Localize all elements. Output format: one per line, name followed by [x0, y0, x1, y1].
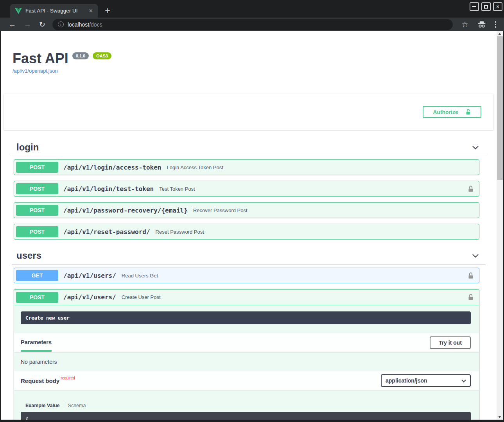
operation-path: /api/v1/password-recovery/{email} — [63, 207, 188, 214]
incognito-icon — [472, 21, 491, 28]
minimize-button[interactable] — [470, 2, 479, 11]
operation-path: /api/v1/reset-password/ — [63, 228, 150, 236]
method-badge: POST — [16, 226, 58, 237]
scheme-container: Authorize — [4, 94, 493, 130]
tag-title: login — [16, 142, 39, 153]
model-example: Example Value Schema { — [14, 390, 479, 420]
browser-tab[interactable]: Fast API - Swagger UI ✕ — [10, 4, 98, 18]
tab-divider — [64, 403, 64, 408]
operation-path: /api/v1/login/access-token — [63, 164, 161, 171]
auth-lock-icon[interactable] — [467, 185, 474, 193]
url-path: /docs — [89, 21, 102, 28]
new-tab-button[interactable]: + — [102, 5, 113, 16]
operation-summary: Reset Password Post — [156, 229, 204, 235]
operation-summary: Test Token Post — [159, 186, 195, 192]
oas3-badge: OAS3 — [93, 52, 111, 59]
content-type-value: application/json — [386, 377, 427, 384]
browser-menu-icon[interactable] — [491, 21, 500, 28]
operation-path: /api/v1/users/ — [63, 293, 116, 301]
scroll-up-icon[interactable] — [498, 33, 501, 35]
opblock-create-user-expanded: POST /api/v1/users/ Create User Post Cre… — [14, 289, 479, 420]
opblock-login-test-token[interactable]: POST /api/v1/login/test-token Test Token… — [14, 181, 479, 197]
operation-path: /api/v1/users/ — [63, 272, 116, 279]
tag-header-users[interactable]: users — [12, 250, 486, 265]
tab-close-icon[interactable]: ✕ — [87, 7, 95, 14]
method-badge: POST — [16, 162, 58, 173]
operation-summary: Recover Password Post — [193, 207, 248, 213]
maximize-button[interactable] — [481, 2, 491, 11]
operation-summary: Read Users Get — [122, 273, 158, 279]
url-bar[interactable]: i localhost/docs — [52, 19, 453, 30]
authorize-button[interactable]: Authorize — [423, 106, 481, 118]
tab-example-value[interactable]: Example Value — [25, 403, 60, 408]
scrollbar-thumb[interactable] — [497, 36, 503, 180]
site-info-icon[interactable]: i — [58, 21, 64, 27]
back-icon[interactable]: ← — [5, 21, 20, 28]
scroll-down-icon[interactable] — [498, 416, 501, 418]
unlock-icon — [465, 109, 471, 115]
chevron-down-icon[interactable] — [472, 143, 479, 151]
tag-section-users: users GET /api/v1/users/ Read Users Get — [12, 250, 486, 420]
forward-icon[interactable]: → — [20, 21, 35, 28]
maximize-icon — [484, 5, 488, 9]
method-badge: POST — [16, 183, 58, 194]
operation-summary: Create User Post — [122, 294, 161, 300]
opblock-body: Create new user Parameters Try it out No… — [14, 305, 479, 420]
close-button[interactable]: ✕ — [493, 2, 502, 11]
operations-list: login POST /api/v1/login/access-token Lo… — [1, 130, 497, 420]
tab-title: Fast API - Swagger UI — [25, 8, 87, 14]
auth-lock-icon[interactable] — [467, 272, 474, 279]
operation-summary: Login Access Token Post — [167, 165, 223, 170]
tab-parameters[interactable]: Parameters — [21, 334, 52, 352]
api-info: Fast API 0.1.0 OAS3 /api/v1/openapi.json — [1, 31, 497, 74]
method-badge: GET — [16, 270, 58, 281]
browser-toolbar: ← → ↻ i localhost/docs ☆ — [0, 18, 504, 31]
opblock-reset-password[interactable]: POST /api/v1/reset-password/ Reset Passw… — [14, 224, 479, 240]
swagger-page: Fast API 0.1.0 OAS3 /api/v1/openapi.json… — [1, 31, 497, 420]
opblock-read-users[interactable]: GET /api/v1/users/ Read Users Get — [14, 268, 479, 283]
parameters-header: Parameters Try it out — [14, 333, 479, 352]
bookmark-star-icon[interactable]: ☆ — [457, 20, 472, 29]
page-scrollbar[interactable] — [497, 31, 503, 420]
url-host: localhost — [68, 21, 89, 28]
request-body-label: Request body — [21, 377, 59, 384]
vue-logo-favicon — [15, 8, 22, 14]
method-badge: POST — [16, 205, 58, 216]
no-parameters-text: No parameters — [14, 352, 479, 371]
try-it-out-button[interactable]: Try it out — [430, 336, 471, 349]
tab-strip: Fast API - Swagger UI ✕ + ✕ — [0, 0, 504, 18]
page-title: Fast API — [13, 51, 68, 66]
minimize-icon — [472, 6, 476, 7]
browser-window: Fast API - Swagger UI ✕ + ✕ ← → ↻ i loca… — [0, 0, 504, 422]
version-badge: 0.1.0 — [72, 52, 89, 59]
tag-section-login: login POST /api/v1/login/access-token Lo… — [12, 142, 486, 246]
opblock-login-access-token[interactable]: POST /api/v1/login/access-token Login Ac… — [14, 159, 479, 175]
method-badge: POST — [16, 292, 58, 303]
request-body-header: Request body required application/json — [14, 371, 479, 390]
tag-header-login[interactable]: login — [12, 142, 486, 156]
tag-title: users — [16, 250, 41, 261]
example-code-block: { — [21, 412, 471, 420]
openapi-spec-link[interactable]: /api/v1/openapi.json — [13, 68, 58, 74]
chevron-down-icon[interactable] — [472, 252, 479, 259]
tab-schema[interactable]: Schema — [68, 403, 86, 408]
opblock-password-recovery[interactable]: POST /api/v1/password-recovery/{email} R… — [14, 202, 479, 218]
content-type-select[interactable]: application/json — [381, 374, 471, 387]
auth-lock-icon[interactable] — [467, 293, 474, 301]
authorize-label: Authorize — [433, 109, 458, 115]
required-flag: required — [61, 376, 75, 380]
window-controls: ✕ — [467, 2, 502, 11]
chevron-down-icon — [461, 378, 466, 382]
opblock-create-user-summary[interactable]: POST /api/v1/users/ Create User Post — [14, 290, 479, 305]
operation-path: /api/v1/login/test-token — [63, 185, 154, 193]
reload-icon[interactable]: ↻ — [35, 21, 49, 28]
operation-description: Create new user — [21, 311, 471, 324]
